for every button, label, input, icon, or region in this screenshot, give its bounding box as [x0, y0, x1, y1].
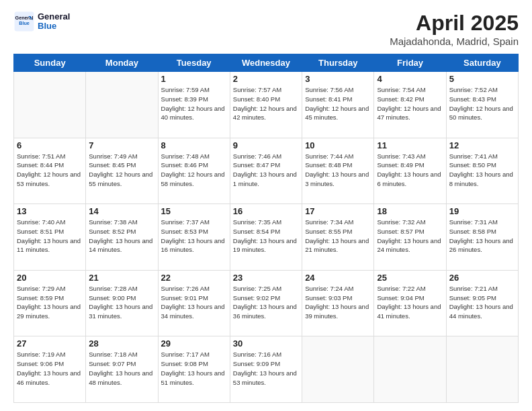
day-number: 17 — [305, 206, 371, 216]
day-info: Sunrise: 7:31 AM Sunset: 8:58 PM Dayligh… — [449, 218, 515, 255]
day-info: Sunrise: 7:21 AM Sunset: 9:05 PM Dayligh… — [449, 284, 515, 321]
day-number: 12 — [449, 140, 515, 150]
day-info: Sunrise: 7:28 AM Sunset: 9:00 PM Dayligh… — [89, 284, 154, 321]
day-info: Sunrise: 7:18 AM Sunset: 9:07 PM Dayligh… — [89, 350, 154, 387]
calendar-cell: 18Sunrise: 7:32 AM Sunset: 8:57 PM Dayli… — [374, 204, 446, 271]
day-info: Sunrise: 7:29 AM Sunset: 8:59 PM Dayligh… — [17, 284, 83, 321]
day-info: Sunrise: 7:54 AM Sunset: 8:42 PM Dayligh… — [377, 85, 443, 122]
day-info: Sunrise: 7:35 AM Sunset: 8:54 PM Dayligh… — [233, 218, 299, 255]
calendar-header-wednesday: Wednesday — [230, 54, 302, 72]
day-number: 26 — [449, 273, 515, 283]
calendar-cell — [14, 72, 86, 138]
day-number: 9 — [233, 140, 299, 150]
day-info: Sunrise: 7:59 AM Sunset: 8:39 PM Dayligh… — [161, 85, 227, 122]
day-info: Sunrise: 7:25 AM Sunset: 9:02 PM Dayligh… — [233, 284, 299, 321]
calendar-cell: 12Sunrise: 7:41 AM Sunset: 8:50 PM Dayli… — [446, 138, 518, 204]
day-number: 28 — [89, 338, 154, 349]
day-number: 14 — [89, 206, 154, 216]
calendar-header-saturday: Saturday — [446, 54, 518, 72]
calendar-cell: 7Sunrise: 7:49 AM Sunset: 8:45 PM Daylig… — [86, 138, 158, 204]
calendar-week-5: 27Sunrise: 7:19 AM Sunset: 9:06 PM Dayli… — [14, 336, 519, 403]
calendar-week-3: 13Sunrise: 7:40 AM Sunset: 8:51 PM Dayli… — [14, 204, 519, 271]
logo: General Blue General Blue — [13, 11, 70, 32]
subtitle: Majadahonda, Madrid, Spain — [390, 36, 519, 47]
day-info: Sunrise: 7:38 AM Sunset: 8:52 PM Dayligh… — [89, 218, 154, 255]
calendar-header-tuesday: Tuesday — [158, 54, 230, 72]
day-info: Sunrise: 7:32 AM Sunset: 8:57 PM Dayligh… — [377, 218, 443, 255]
calendar-cell: 17Sunrise: 7:34 AM Sunset: 8:55 PM Dayli… — [302, 204, 374, 271]
day-info: Sunrise: 7:52 AM Sunset: 8:43 PM Dayligh… — [449, 85, 515, 122]
day-number: 5 — [449, 74, 515, 84]
day-number: 16 — [233, 206, 299, 216]
day-info: Sunrise: 7:34 AM Sunset: 8:55 PM Dayligh… — [305, 218, 371, 255]
day-number: 3 — [305, 74, 371, 84]
calendar-cell: 26Sunrise: 7:21 AM Sunset: 9:05 PM Dayli… — [446, 270, 518, 336]
logo-icon: General Blue — [13, 11, 35, 32]
day-number: 8 — [161, 140, 227, 150]
calendar-cell: 8Sunrise: 7:48 AM Sunset: 8:46 PM Daylig… — [158, 138, 230, 204]
day-number: 24 — [305, 273, 371, 283]
day-info: Sunrise: 7:41 AM Sunset: 8:50 PM Dayligh… — [449, 152, 515, 189]
day-number: 15 — [161, 206, 227, 216]
day-info: Sunrise: 7:49 AM Sunset: 8:45 PM Dayligh… — [89, 152, 154, 189]
calendar-cell: 24Sunrise: 7:24 AM Sunset: 9:03 PM Dayli… — [302, 270, 374, 336]
calendar-cell — [374, 336, 446, 403]
day-info: Sunrise: 7:22 AM Sunset: 9:04 PM Dayligh… — [377, 284, 443, 321]
day-info: Sunrise: 7:19 AM Sunset: 9:06 PM Dayligh… — [17, 350, 83, 387]
day-info: Sunrise: 7:57 AM Sunset: 8:40 PM Dayligh… — [233, 85, 299, 122]
calendar-week-4: 20Sunrise: 7:29 AM Sunset: 8:59 PM Dayli… — [14, 270, 519, 336]
calendar-cell: 6Sunrise: 7:51 AM Sunset: 8:44 PM Daylig… — [14, 138, 86, 204]
svg-text:Blue: Blue — [19, 20, 30, 26]
logo-text-line2: Blue — [38, 21, 70, 31]
day-info: Sunrise: 7:51 AM Sunset: 8:44 PM Dayligh… — [17, 152, 83, 189]
day-number: 2 — [233, 74, 299, 84]
calendar-cell: 11Sunrise: 7:43 AM Sunset: 8:49 PM Dayli… — [374, 138, 446, 204]
day-number: 7 — [89, 140, 154, 150]
day-info: Sunrise: 7:16 AM Sunset: 9:09 PM Dayligh… — [233, 350, 299, 387]
calendar-cell: 2Sunrise: 7:57 AM Sunset: 8:40 PM Daylig… — [230, 72, 302, 138]
calendar-cell: 10Sunrise: 7:44 AM Sunset: 8:48 PM Dayli… — [302, 138, 374, 204]
day-info: Sunrise: 7:48 AM Sunset: 8:46 PM Dayligh… — [161, 152, 227, 189]
day-info: Sunrise: 7:43 AM Sunset: 8:49 PM Dayligh… — [377, 152, 443, 189]
day-number: 4 — [377, 74, 443, 84]
day-info: Sunrise: 7:56 AM Sunset: 8:41 PM Dayligh… — [305, 85, 371, 122]
calendar-cell: 20Sunrise: 7:29 AM Sunset: 8:59 PM Dayli… — [14, 270, 86, 336]
header: General Blue General Blue April 2025 Maj… — [13, 11, 519, 47]
day-number: 25 — [377, 273, 443, 283]
calendar-header-friday: Friday — [374, 54, 446, 72]
calendar-cell: 16Sunrise: 7:35 AM Sunset: 8:54 PM Dayli… — [230, 204, 302, 271]
calendar-header-thursday: Thursday — [302, 54, 374, 72]
day-number: 18 — [377, 206, 443, 216]
calendar-cell: 21Sunrise: 7:28 AM Sunset: 9:00 PM Dayli… — [86, 270, 158, 336]
calendar-header-sunday: Sunday — [14, 54, 86, 72]
day-info: Sunrise: 7:17 AM Sunset: 9:08 PM Dayligh… — [161, 350, 227, 387]
calendar-cell: 22Sunrise: 7:26 AM Sunset: 9:01 PM Dayli… — [158, 270, 230, 336]
day-number: 20 — [17, 273, 83, 283]
day-info: Sunrise: 7:24 AM Sunset: 9:03 PM Dayligh… — [305, 284, 371, 321]
day-info: Sunrise: 7:37 AM Sunset: 8:53 PM Dayligh… — [161, 218, 227, 255]
calendar-header-row: SundayMondayTuesdayWednesdayThursdayFrid… — [14, 54, 519, 72]
calendar-cell: 14Sunrise: 7:38 AM Sunset: 8:52 PM Dayli… — [86, 204, 158, 271]
calendar-cell: 9Sunrise: 7:46 AM Sunset: 8:47 PM Daylig… — [230, 138, 302, 204]
day-number: 13 — [17, 206, 83, 216]
calendar-cell: 5Sunrise: 7:52 AM Sunset: 8:43 PM Daylig… — [446, 72, 518, 138]
calendar-cell: 19Sunrise: 7:31 AM Sunset: 8:58 PM Dayli… — [446, 204, 518, 271]
main-title: April 2025 — [390, 11, 519, 36]
calendar-cell: 13Sunrise: 7:40 AM Sunset: 8:51 PM Dayli… — [14, 204, 86, 271]
calendar-cell: 23Sunrise: 7:25 AM Sunset: 9:02 PM Dayli… — [230, 270, 302, 336]
calendar-table: SundayMondayTuesdayWednesdayThursdayFrid… — [13, 54, 519, 403]
day-number: 21 — [89, 273, 154, 283]
title-block: April 2025 Majadahonda, Madrid, Spain — [390, 11, 519, 47]
calendar-cell: 27Sunrise: 7:19 AM Sunset: 9:06 PM Dayli… — [14, 336, 86, 403]
day-number: 27 — [17, 338, 83, 349]
day-number: 19 — [449, 206, 515, 216]
calendar-week-2: 6Sunrise: 7:51 AM Sunset: 8:44 PM Daylig… — [14, 138, 519, 204]
day-number: 6 — [17, 140, 83, 150]
logo-text-line1: General — [38, 12, 70, 21]
calendar-cell: 1Sunrise: 7:59 AM Sunset: 8:39 PM Daylig… — [158, 72, 230, 138]
page: General Blue General Blue April 2025 Maj… — [0, 0, 532, 411]
day-number: 11 — [377, 140, 443, 150]
calendar-cell: 25Sunrise: 7:22 AM Sunset: 9:04 PM Dayli… — [374, 270, 446, 336]
calendar-cell: 15Sunrise: 7:37 AM Sunset: 8:53 PM Dayli… — [158, 204, 230, 271]
calendar-cell — [302, 336, 374, 403]
